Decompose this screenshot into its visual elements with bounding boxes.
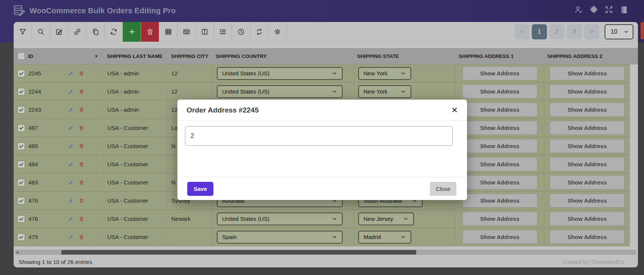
row-checkbox[interactable]	[17, 179, 25, 186]
shipping-state-select[interactable]: New York	[358, 85, 411, 98]
history-clock-button[interactable]	[232, 22, 250, 42]
vertical-scrollbar-thumb[interactable]	[641, 22, 644, 39]
delete-row-icon[interactable]	[78, 161, 85, 167]
scroll-left-arrow-icon[interactable]: ◂	[16, 250, 18, 254]
edit-row-icon[interactable]	[68, 234, 74, 240]
sync-button[interactable]	[250, 22, 268, 42]
address-input[interactable]	[185, 126, 453, 146]
columns-button[interactable]	[196, 22, 214, 42]
shipping-state-select[interactable]: New Jersey	[358, 212, 414, 225]
row-checkbox[interactable]	[17, 106, 25, 114]
show-address-2-button[interactable]: Show Address	[550, 194, 625, 208]
show-address-2-button[interactable]: Show Address	[550, 121, 625, 135]
settings-gear-button[interactable]	[268, 22, 287, 42]
column-header-shipping-country[interactable]: SHIPPING COUNTRY	[212, 53, 354, 59]
show-address-2-button[interactable]: Show Address	[550, 157, 625, 171]
table-grid-button[interactable]	[159, 22, 177, 42]
edit-row-icon[interactable]	[68, 198, 74, 204]
edit-button[interactable]	[50, 22, 68, 42]
list-view-button[interactable]	[214, 22, 232, 42]
shipping-state-select[interactable]: New York	[358, 67, 411, 80]
shipping-country-select[interactable]: United States (US)	[217, 85, 343, 98]
row-checkbox[interactable]	[17, 197, 25, 205]
delete-row-icon[interactable]	[78, 107, 85, 113]
row-checkbox[interactable]	[17, 215, 25, 223]
column-header-shipping-state[interactable]: SHIPPING STATE	[354, 53, 455, 59]
save-button[interactable]: Save	[187, 182, 213, 196]
show-address-1-button[interactable]: Show Address	[462, 121, 537, 135]
shipping-state-select[interactable]: Madrid	[358, 231, 411, 244]
show-address-2-button[interactable]: Show Address	[550, 66, 625, 80]
show-address-2-button[interactable]: Show Address	[550, 230, 625, 244]
delete-row-icon[interactable]	[78, 198, 85, 204]
horizontal-scrollbar-thumb[interactable]	[61, 250, 416, 255]
delete-button[interactable]	[141, 22, 159, 42]
column-header-shipping-address-2[interactable]: SHIPPING ADDRESS 2	[544, 53, 630, 59]
edit-row-icon[interactable]	[68, 216, 74, 222]
per-page-select[interactable]: 10	[605, 24, 633, 39]
pagination-page-3-button[interactable]: 3	[567, 24, 582, 39]
edit-row-icon[interactable]	[68, 180, 74, 186]
row-checkbox[interactable]	[17, 124, 25, 132]
row-checkbox[interactable]	[17, 88, 25, 95]
pagination-page-2-button[interactable]: 2	[549, 24, 564, 39]
pagination-prev-button[interactable]: <	[514, 24, 530, 39]
close-button[interactable]: Close	[430, 182, 456, 196]
column-header-shipping-city[interactable]: SHIPPING CITY	[168, 53, 212, 59]
link-button[interactable]	[68, 22, 86, 42]
sort-descending-icon[interactable]: ▼	[94, 54, 98, 58]
show-address-1-button[interactable]: Show Address	[462, 212, 537, 226]
show-address-2-button[interactable]: Show Address	[550, 103, 625, 117]
user-check-icon[interactable]	[574, 5, 583, 14]
filter-button[interactable]	[14, 22, 32, 42]
column-header-shipping-last-name[interactable]: SHIPPING LAST NAME	[103, 53, 168, 59]
documentation-book-icon[interactable]	[619, 5, 629, 14]
show-address-1-button[interactable]: Show Address	[462, 103, 537, 117]
shipping-country-select[interactable]: United States (US)	[217, 67, 343, 80]
delete-row-icon[interactable]	[78, 180, 85, 186]
column-header-id[interactable]: ID ▼	[14, 52, 103, 60]
delete-row-icon[interactable]	[78, 216, 85, 222]
delete-row-icon[interactable]	[78, 125, 85, 131]
edit-row-icon[interactable]	[68, 143, 74, 149]
delete-row-icon[interactable]	[78, 89, 85, 95]
horizontal-scrollbar[interactable]: ◂	[15, 250, 636, 255]
show-address-1-button[interactable]: Show Address	[462, 139, 537, 153]
show-address-2-button[interactable]: Show Address	[550, 139, 625, 153]
inline-edit-grid-button[interactable]	[177, 22, 196, 42]
delete-row-icon[interactable]	[78, 70, 85, 77]
edit-row-icon[interactable]	[68, 89, 74, 95]
show-address-1-button[interactable]: Show Address	[462, 194, 537, 208]
delete-row-icon[interactable]	[78, 234, 85, 240]
pagination-next-button[interactable]: >	[584, 24, 599, 39]
row-checkbox[interactable]	[17, 233, 25, 241]
show-address-2-button[interactable]: Show Address	[550, 212, 625, 226]
row-checkbox[interactable]	[17, 161, 25, 168]
shipping-country-select[interactable]: Spain	[217, 231, 343, 244]
show-address-1-button[interactable]: Show Address	[462, 84, 537, 98]
edit-row-icon[interactable]	[68, 161, 74, 167]
column-header-shipping-address-1[interactable]: SHIPPING ADDRESS 1	[455, 53, 544, 59]
show-address-1-button[interactable]: Show Address	[462, 175, 537, 189]
show-address-2-button[interactable]: Show Address	[550, 175, 625, 189]
row-checkbox[interactable]	[17, 142, 25, 150]
show-address-1-button[interactable]: Show Address	[462, 157, 537, 171]
plugin-puzzle-icon[interactable]	[589, 5, 599, 14]
edit-row-icon[interactable]	[68, 125, 74, 131]
duplicate-button[interactable]	[86, 22, 105, 42]
add-button[interactable]	[123, 22, 141, 42]
delete-row-icon[interactable]	[78, 143, 85, 149]
fullscreen-expand-icon[interactable]	[604, 5, 614, 14]
refresh-button[interactable]	[105, 22, 123, 42]
search-button[interactable]	[32, 22, 50, 42]
shipping-country-select[interactable]: United States (US)	[217, 212, 343, 225]
edit-row-icon[interactable]	[68, 107, 74, 113]
select-all-checkbox[interactable]	[17, 52, 25, 60]
show-address-1-button[interactable]: Show Address	[462, 230, 537, 244]
row-checkbox[interactable]	[17, 70, 25, 77]
modal-close-icon[interactable]: ✕	[451, 106, 458, 114]
edit-row-icon[interactable]	[68, 70, 74, 77]
show-address-1-button[interactable]: Show Address	[462, 66, 537, 80]
show-address-2-button[interactable]: Show Address	[550, 84, 625, 98]
pagination-page-1-button[interactable]: 1	[532, 24, 547, 39]
